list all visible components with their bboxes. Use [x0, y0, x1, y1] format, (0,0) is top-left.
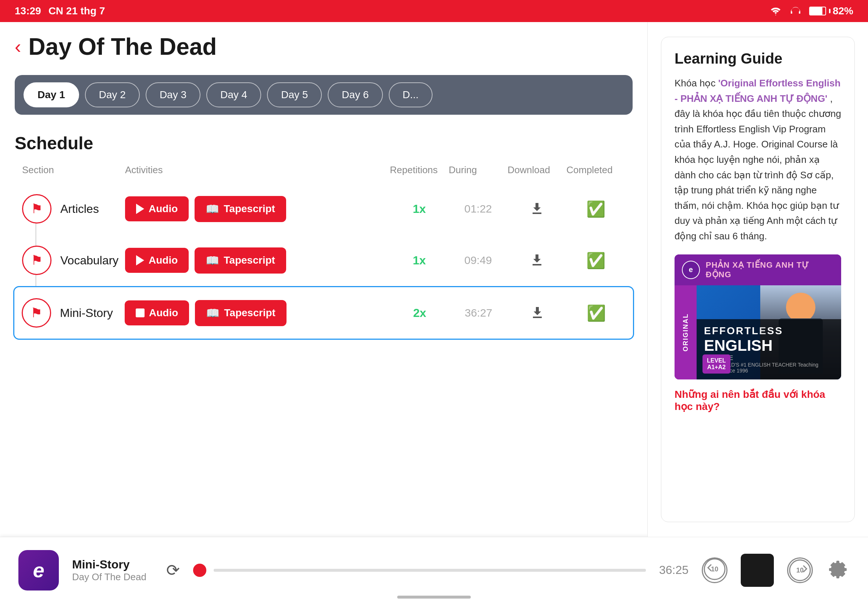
day-tabs-container: Day 1 Day 2 Day 3 Day 4 Day 5 Day 6 D...: [15, 75, 633, 115]
schedule-row-articles: ⚑ Articles Audio 📖 Tapescript 1x 01:22: [15, 183, 633, 235]
articles-duration: 01:22: [449, 203, 507, 215]
schedule-row-mini-story: ⚑ Mini-Story Audio 📖 Tapescript 2x 36:27: [13, 286, 634, 340]
mini-story-activities: Audio 📖 Tapescript: [125, 300, 390, 326]
book-icon: 📖: [206, 254, 219, 267]
check-icon: ✅: [586, 252, 605, 269]
status-date: CN 21 thg 7: [48, 5, 105, 17]
guide-prefix: Khóa học: [675, 77, 718, 89]
download-icon[interactable]: [530, 252, 544, 267]
vocabulary-tapescript-label: Tapescript: [224, 254, 275, 266]
download-icon[interactable]: [530, 305, 545, 320]
back-button[interactable]: ‹: [15, 37, 21, 56]
vocabulary-audio-button[interactable]: Audio: [125, 248, 189, 273]
vocabulary-flag-icon: ⚑: [31, 253, 43, 268]
col-download: Download: [507, 164, 566, 176]
articles-audio-label: Audio: [149, 203, 178, 215]
articles-download[interactable]: [507, 201, 566, 217]
vocabulary-tapescript-button[interactable]: 📖 Tapescript: [195, 247, 286, 274]
guide-suffix: , đây là khóa học đầu tiên thuộc chương …: [675, 93, 841, 241]
left-panel: ‹ Day Of The Dead Day 1 Day 2 Day 3 Day …: [0, 22, 647, 537]
vocabulary-audio-label: Audio: [149, 254, 178, 266]
player-track-bar[interactable]: [214, 569, 646, 572]
guide-image-left-strip: ORIGINAL: [675, 285, 696, 379]
day-tab-2[interactable]: Day 2: [85, 82, 140, 107]
player-progress-area: [193, 564, 646, 577]
col-completed: Completed: [566, 164, 625, 176]
guide-image-body: ORIGINAL EFFORTLESS ENGLISH A.J HOGE THE: [675, 285, 841, 379]
player-bar: e Mini-Story Day Of The Dead ⟳ 36:25 10 …: [0, 537, 868, 603]
mini-story-completed: ✅: [567, 304, 626, 322]
table-header: Section Activities Repetitions During Do…: [15, 164, 633, 176]
battery-indicator: 82%: [809, 5, 853, 17]
forward-icon: 10: [789, 559, 811, 581]
mini-story-tapescript-button[interactable]: 📖 Tapescript: [195, 300, 286, 326]
articles-tapescript-button[interactable]: 📖 Tapescript: [195, 196, 286, 222]
day-tab-5[interactable]: Day 5: [267, 82, 322, 107]
articles-tapescript-label: Tapescript: [224, 203, 275, 215]
guide-effortless-label: EFFORTLESS: [704, 325, 834, 337]
articles-completed: ✅: [566, 200, 625, 218]
col-repetitions: Repetitions: [390, 164, 449, 176]
mini-story-flag-circle: ⚑: [22, 298, 51, 328]
player-repeat-button[interactable]: ⟳: [166, 561, 180, 580]
status-bar: 13:29 CN 21 thg 7 82%: [0, 0, 868, 22]
status-right: 82%: [769, 5, 853, 17]
vocabulary-completed: ✅: [566, 252, 625, 269]
player-scrubber[interactable]: [193, 564, 206, 577]
col-section: Section: [22, 164, 125, 176]
day-tab-6[interactable]: Day 6: [328, 82, 382, 107]
main-area: ‹ Day Of The Dead Day 1 Day 2 Day 3 Day …: [0, 22, 868, 537]
status-left: 13:29 CN 21 thg 7: [15, 5, 105, 17]
right-panel: Learning Guide Khóa học 'Original Effort…: [647, 22, 868, 537]
vocabulary-duration: 09:49: [449, 254, 507, 267]
player-forward-button[interactable]: 10: [787, 557, 813, 583]
guide-cta-link[interactable]: Những ai nên bắt đầu với khóa học này?: [675, 388, 841, 413]
mini-story-audio-button[interactable]: Audio: [125, 300, 189, 325]
articles-audio-button[interactable]: Audio: [125, 196, 189, 221]
day-tab-1[interactable]: Day 1: [23, 82, 79, 107]
vocabulary-download[interactable]: [507, 252, 566, 268]
day-tab-7[interactable]: D...: [389, 82, 433, 107]
play-icon: [136, 204, 144, 214]
schedule-row-vocabulary: ⚑ Vocabulary Audio 📖 Tapescript 1x 09:49: [15, 235, 633, 286]
articles-section-icon: ⚑ Articles: [22, 194, 125, 224]
player-app-logo: e: [33, 558, 44, 582]
mini-story-flag-icon: ⚑: [31, 305, 42, 321]
download-icon[interactable]: [530, 201, 544, 215]
player-rewind-button[interactable]: 10: [702, 557, 727, 583]
guide-title: Learning Guide: [675, 50, 841, 67]
player-time-display: 36:25: [659, 563, 689, 577]
headphone-icon: [789, 6, 802, 16]
svg-text:10: 10: [796, 567, 804, 574]
player-track-sub: Day Of The Dead: [72, 571, 153, 583]
guide-image-left-text: ORIGINAL: [682, 313, 690, 351]
day-tab-3[interactable]: Day 3: [145, 82, 200, 107]
check-icon: ✅: [586, 200, 605, 218]
stop-icon: [136, 308, 145, 317]
page-header: ‹ Day Of The Dead: [15, 33, 633, 60]
articles-flag-icon: ⚑: [31, 201, 43, 216]
day-tab-4[interactable]: Day 4: [206, 82, 261, 107]
vocabulary-flag-circle: ⚑: [22, 246, 51, 275]
guide-image-subtitle: PHẢN XẠ TIẾNG ANH TỰ ĐỘNG: [706, 260, 834, 280]
vocabulary-section-name: Vocabulary: [60, 254, 118, 267]
play-icon: [136, 255, 144, 266]
battery-percent: 82%: [833, 5, 853, 17]
player-progress-fill: [214, 569, 646, 572]
mini-story-download[interactable]: [508, 305, 567, 321]
check-icon: ✅: [586, 305, 606, 322]
guide-book-cover: e PHẢN XẠ TIẾNG ANH TỰ ĐỘNG ORIGINAL: [675, 254, 841, 379]
articles-activities: Audio 📖 Tapescript: [125, 196, 390, 222]
guide-image-center: EFFORTLESS ENGLISH A.J HOGE THE WORLD'S …: [696, 285, 841, 379]
player-app-icon: e: [19, 550, 59, 591]
player-settings-button[interactable]: [826, 558, 849, 583]
schedule-list: ⚑ Articles Audio 📖 Tapescript 1x 01:22: [15, 183, 633, 340]
player-stop-button[interactable]: [741, 554, 774, 587]
mini-story-audio-label: Audio: [149, 307, 178, 319]
vocabulary-section-icon: ⚑ Vocabulary: [22, 246, 125, 275]
mini-story-section-name: Mini-Story: [60, 306, 113, 320]
mini-story-repetitions: 2x: [390, 306, 449, 320]
status-time: 13:29: [15, 5, 41, 17]
home-indicator: [397, 596, 471, 598]
player-track-name: Mini-Story: [72, 558, 153, 571]
